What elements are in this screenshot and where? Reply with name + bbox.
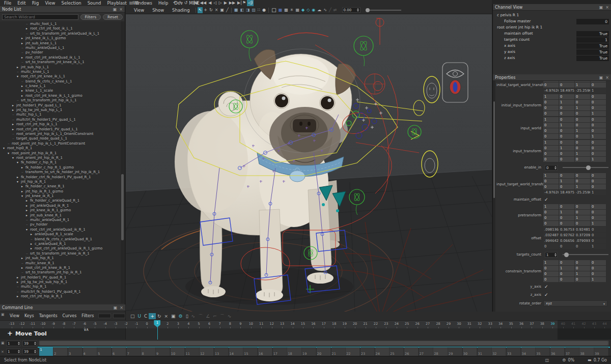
matrix-cell[interactable]: 1: [543, 140, 559, 145]
matrix-cell[interactable]: 0: [591, 117, 606, 122]
channel-value[interactable]: True: [576, 31, 609, 37]
matrix-cell[interactable]: 1: [543, 117, 559, 122]
matrix-cell[interactable]: 0: [559, 271, 574, 276]
tree-row[interactable]: ▾root_hip0_R_1: [0, 146, 120, 150]
frame-cell[interactable]: 13: [214, 347, 229, 356]
play-icon[interactable]: ▷: [217, 0, 223, 6]
scale-key-icon[interactable]: ×: [163, 313, 170, 319]
clamped-tangent-icon[interactable]: ∠: [204, 313, 211, 319]
spheres-display-icon[interactable]: ●: [261, 7, 267, 13]
close-panel-icon[interactable]: ×: [605, 4, 609, 11]
shade-flat-icon[interactable]: ▨: [251, 7, 257, 13]
channel-value[interactable]: 1: [576, 37, 609, 43]
sync-icon[interactable]: ⇄: [332, 7, 338, 13]
matrix-cell[interactable]: 0: [543, 210, 559, 215]
frame-cell[interactable]: 38: [579, 347, 594, 356]
frame-cell[interactable]: 12: [200, 347, 214, 356]
matrix-cell[interactable]: 0: [591, 233, 606, 238]
tree-row[interactable]: ▸ankleQuad_R_1_scale: [0, 232, 120, 236]
value-slider[interactable]: [563, 167, 608, 168]
timeline-ruler[interactable]: -13-12-11-10-9-8-7-6-5-4-3-2-10234567891…: [0, 320, 611, 328]
tree-row[interactable]: ‒transform_to_srt_fk_holder_jnt_hip_ik_R…: [0, 170, 120, 174]
tree-row[interactable]: ▸jnt_knee_ik_L_1_gizmo: [0, 36, 120, 40]
menu-item-file[interactable]: File: [1, 0, 14, 6]
matrix-cell[interactable]: 0: [575, 100, 590, 105]
matrix-cell[interactable]: 1: [575, 82, 590, 88]
grid-snap-icon[interactable]: ▦: [277, 7, 284, 13]
matrix-cell[interactable]: 0: [543, 111, 559, 116]
grid-icon[interactable]: ▩: [283, 7, 289, 13]
tree-row[interactable]: ▸root_ctrl_jnt_ankleQuad_ik_L_1: [0, 55, 120, 60]
motion-trail-icon[interactable]: ∿: [322, 7, 328, 13]
menu-item-rig[interactable]: Rig: [29, 0, 42, 6]
mesh-display-icon[interactable]: ▦: [294, 7, 300, 13]
matrix-cell[interactable]: 0: [543, 244, 559, 249]
frame-cell[interactable]: 10: [171, 347, 185, 356]
matrix-cell[interactable]: 1: [591, 244, 606, 249]
menu-item-curves[interactable]: Curves: [60, 313, 79, 319]
matrix-cell[interactable]: 0: [575, 140, 590, 145]
matrix-cell[interactable]: 0: [591, 146, 606, 151]
matrix-cell[interactable]: 0: [559, 111, 574, 116]
frame-cell[interactable]: 39: [594, 347, 608, 356]
matrix-cell[interactable]: 0: [559, 82, 574, 88]
canvas-icon[interactable]: □: [270, 7, 277, 13]
matrix-cell[interactable]: 0: [591, 204, 606, 209]
matrix-cell[interactable]: 0: [575, 134, 590, 139]
frame-cell[interactable]: 31: [478, 347, 492, 356]
matrix-cell[interactable]: 0: [575, 210, 590, 215]
matrix-cell[interactable]: 1: [559, 123, 574, 128]
linear-tangent-icon[interactable]: ∿: [190, 313, 197, 319]
play-backwards-icon[interactable]: ◁: [212, 0, 217, 6]
stepped-tangent-icon[interactable]: ⌐: [211, 313, 218, 319]
matrix-cell[interactable]: 0: [543, 105, 559, 110]
grab-tools-icon[interactable]: ◉: [311, 7, 316, 13]
range-scrollbar[interactable]: [39, 341, 609, 346]
matrix-cell[interactable]: 18.4975: [559, 88, 574, 93]
matrix-cell[interactable]: 0: [559, 244, 574, 249]
channel-row[interactable]: Follow master0: [493, 18, 611, 24]
move-key-icon[interactable]: +: [149, 313, 156, 319]
matrix-cell[interactable]: 0: [591, 173, 606, 178]
matrix-cell[interactable]: -4.97626: [543, 88, 559, 93]
channel-row[interactable]: z axisTrue: [493, 55, 611, 61]
tree-row[interactable]: ▸root_ctrl_jnt_ankleQuad_ik_R_1_gizmo: [0, 246, 120, 250]
frame-cell[interactable]: 14: [229, 347, 243, 356]
frame-cell[interactable]: 26: [404, 347, 419, 356]
tree-row[interactable]: ▸root_ctrl_jnt_knee_ik_R_1: [0, 265, 120, 270]
tree-row[interactable]: ▸root_ctrl_jnt_hip_ik_R_1: [0, 294, 120, 298]
matrix-cell[interactable]: 0: [559, 157, 574, 162]
matrix-cell[interactable]: 0: [575, 221, 590, 226]
matrix-cell[interactable]: 0: [543, 221, 559, 226]
cache-mode-icon[interactable]: C: [143, 313, 149, 319]
matrix-cell[interactable]: 1: [559, 100, 574, 105]
tree-row[interactable]: ‒multc_foot_L_1: [0, 21, 120, 26]
matrix-cell[interactable]: 0: [591, 215, 606, 220]
channel-value[interactable]: True: [576, 43, 609, 49]
menu-item-selection[interactable]: Selection: [59, 0, 85, 6]
timeline-filter-box[interactable]: [113, 314, 125, 318]
matrix-cell[interactable]: -4.97626: [543, 190, 559, 195]
matrix-cell[interactable]: 0: [559, 184, 574, 189]
tree-row[interactable]: ▾root_ctrl_jnt_ankleQuad_ik_R_1: [0, 227, 120, 232]
tree-row[interactable]: ▾jnt_knee_ik_R_1: [0, 193, 120, 198]
matrix-cell[interactable]: 0: [575, 204, 590, 209]
tree-row[interactable]: ▸fk_holder_c_hip_R_1_gizmo: [0, 165, 120, 170]
frame-cell[interactable]: 5: [97, 347, 112, 356]
matrix-cell[interactable]: 0: [591, 123, 606, 128]
frame-cell[interactable]: 30: [463, 347, 477, 356]
matrix-cell[interactable]: 0: [543, 81, 559, 82]
tree-row[interactable]: ▸jnt_knee_ik_R_1_gizmo: [0, 208, 120, 212]
open-file-icon[interactable]: ▤: [128, 0, 134, 6]
tree-row[interactable]: ‒multc_ankleQuad_L_1: [0, 45, 120, 50]
matrix-cell[interactable]: 1: [575, 151, 590, 156]
tree-row[interactable]: ‒multctrl_fk_holder1_PV_quad_L_1: [0, 117, 120, 122]
matrix-cell[interactable]: 0: [559, 134, 574, 139]
go-to-start-icon[interactable]: |◀: [192, 0, 199, 6]
next-keyframe-icon[interactable]: ▶▶: [228, 0, 236, 6]
frame-cell[interactable]: 22: [346, 347, 360, 356]
matrix-cell[interactable]: 0: [591, 140, 606, 145]
frame-cell[interactable]: 27: [419, 347, 433, 356]
tree-row[interactable]: ▸root_ctrl_jnt_holder1_PV_quad_L_1: [0, 127, 120, 131]
plateau-tangent-icon[interactable]: ⌒: [218, 313, 226, 319]
